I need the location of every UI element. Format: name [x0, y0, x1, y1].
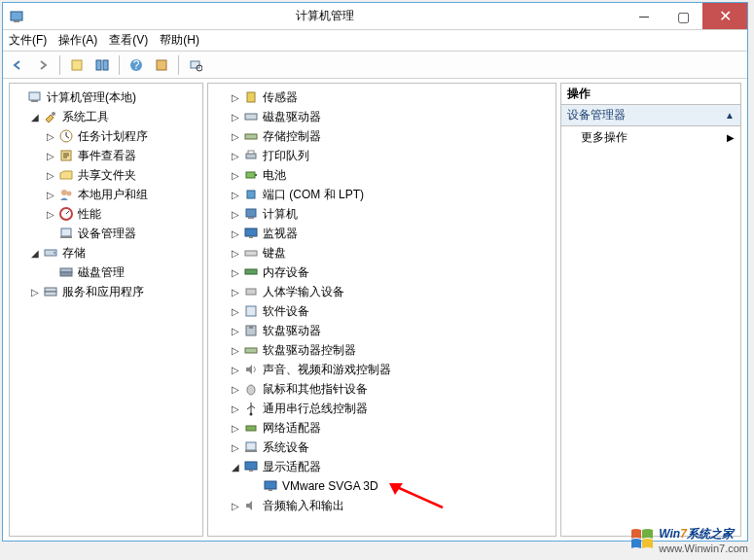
- tree-local-users[interactable]: ▷ 本地用户和组: [12, 185, 200, 204]
- up-button[interactable]: [66, 54, 88, 76]
- expander-icon[interactable]: ▷: [45, 130, 56, 142]
- expander-icon[interactable]: ◢: [29, 247, 41, 259]
- device-ports[interactable]: ▷端口 (COM 和 LPT): [210, 185, 554, 204]
- expander-icon[interactable]: ▷: [45, 169, 56, 181]
- svg-rect-7: [157, 60, 166, 70]
- show-hide-button[interactable]: [91, 54, 113, 76]
- svg-rect-47: [246, 426, 256, 431]
- computer-mgmt-icon: [27, 89, 43, 105]
- device-audio-io[interactable]: ▷音频输入和输出: [210, 496, 554, 515]
- expander-icon[interactable]: ▷: [230, 441, 241, 453]
- collapse-icon: ▲: [725, 110, 735, 121]
- expander-icon[interactable]: ▷: [230, 286, 241, 298]
- device-tree-panel[interactable]: ▷传感器 ▷磁盘驱动器 ▷存储控制器 ▷打印队列 ▷电池 ▷端口 (COM 和 …: [207, 83, 557, 537]
- device-keyboard[interactable]: ▷键盘: [210, 243, 554, 262]
- device-usb[interactable]: ▷通用串行总线控制器: [210, 399, 554, 418]
- tree-device-manager[interactable]: ▷ 设备管理器: [12, 224, 200, 243]
- menu-file[interactable]: 文件(F): [9, 32, 47, 49]
- menu-action[interactable]: 操作(A): [58, 32, 97, 49]
- expander-icon[interactable]: ▷: [45, 208, 56, 220]
- svg-rect-38: [245, 251, 257, 256]
- help-button[interactable]: ?: [126, 54, 147, 76]
- maximize-button[interactable]: ▢: [664, 3, 702, 29]
- svg-rect-31: [246, 172, 255, 178]
- minimize-button[interactable]: ─: [625, 3, 664, 29]
- expander-icon[interactable]: ▷: [230, 247, 241, 259]
- tree-storage[interactable]: ◢ 存储: [12, 243, 200, 262]
- expander-icon[interactable]: ▷: [29, 286, 41, 298]
- window-buttons: ─ ▢ ✕: [625, 3, 747, 29]
- device-display-adapters[interactable]: ◢显示适配器: [210, 457, 554, 476]
- tree-system-tools[interactable]: ◢ 系统工具: [12, 107, 200, 126]
- device-vmware-svga[interactable]: ▷VMware SVGA 3D: [210, 476, 554, 496]
- expander-icon[interactable]: ▷: [230, 383, 241, 395]
- expander-icon[interactable]: ▷: [230, 150, 241, 161]
- console-tree-panel[interactable]: ▶ 计算机管理(本地) ◢ 系统工具 ▷ 任务计划程序 ▷ 事件: [9, 83, 203, 537]
- device-network[interactable]: ▷网络适配器: [210, 418, 554, 438]
- device-mouse[interactable]: ▷鼠标和其他指针设备: [210, 379, 554, 399]
- device-floppy-drives[interactable]: ▷软盘驱动器: [210, 321, 554, 340]
- menu-view[interactable]: 查看(V): [109, 32, 148, 49]
- svg-point-12: [52, 112, 55, 116]
- device-memory[interactable]: ▷内存设备: [210, 262, 554, 282]
- device-software[interactable]: ▷软件设备: [210, 301, 554, 321]
- expander-icon[interactable]: ▷: [230, 169, 241, 181]
- expander-icon[interactable]: ▷: [230, 189, 241, 200]
- svg-text:?: ?: [133, 58, 140, 72]
- device-sound[interactable]: ▷声音、视频和游戏控制器: [210, 360, 554, 379]
- svg-rect-39: [245, 269, 257, 274]
- expander-icon[interactable]: ▷: [230, 344, 241, 356]
- expander-icon[interactable]: ▷: [230, 111, 241, 122]
- actions-header: 操作: [561, 84, 740, 105]
- device-storage-ctrl[interactable]: ▷存储控制器: [210, 126, 554, 146]
- expander-icon[interactable]: ▷: [230, 208, 241, 220]
- device-disk-drives[interactable]: ▷磁盘驱动器: [210, 107, 554, 126]
- tree-services-apps[interactable]: ▷ 服务和应用程序: [12, 282, 200, 301]
- back-button[interactable]: [7, 54, 28, 76]
- forward-button[interactable]: [32, 54, 54, 76]
- device-monitor[interactable]: ▷监视器: [210, 224, 554, 243]
- expander-icon[interactable]: ▷: [230, 402, 241, 414]
- expander-icon[interactable]: ▷: [230, 422, 241, 434]
- svg-rect-19: [60, 236, 72, 238]
- tree-shared-folders[interactable]: ▷ 共享文件夹: [12, 165, 200, 185]
- expander-icon[interactable]: ▷: [230, 364, 241, 375]
- expander-icon[interactable]: ▷: [230, 500, 241, 511]
- tree-task-scheduler[interactable]: ▷ 任务计划程序: [12, 126, 200, 146]
- actions-more-label: 更多操作: [581, 129, 628, 146]
- expander-icon[interactable]: ▷: [230, 91, 241, 103]
- tree-performance[interactable]: ▷ 性能: [12, 204, 200, 224]
- device-system[interactable]: ▷系统设备: [210, 438, 554, 457]
- expander-icon[interactable]: ◢: [29, 111, 41, 122]
- expander-icon[interactable]: ▷: [230, 228, 241, 239]
- expander-icon[interactable]: ▷: [230, 325, 241, 336]
- menu-help[interactable]: 帮助(H): [160, 32, 199, 49]
- window-title: 计算机管理: [24, 8, 625, 24]
- view-button[interactable]: [151, 54, 172, 76]
- device-battery[interactable]: ▷电池: [210, 165, 554, 185]
- svg-rect-3: [96, 60, 101, 70]
- sensor-icon: [243, 89, 259, 105]
- expander-icon[interactable]: ▷: [45, 150, 56, 161]
- device-hid[interactable]: ▷人体学输入设备: [210, 282, 554, 301]
- device-print-queue[interactable]: ▷打印队列: [210, 146, 554, 165]
- tree-disk-mgmt[interactable]: ▷ 磁盘管理: [12, 262, 200, 282]
- device-sensors[interactable]: ▷传感器: [210, 88, 554, 107]
- expander-icon[interactable]: ▷: [230, 130, 241, 142]
- expander-icon[interactable]: ▷: [230, 305, 241, 317]
- expander-icon[interactable]: ▷: [45, 189, 56, 200]
- svg-point-15: [61, 190, 67, 195]
- expander-icon[interactable]: ◢: [230, 461, 241, 472]
- toolbar-separator: [178, 55, 179, 75]
- device-floppy-ctrl[interactable]: ▷软盘驱动器控制器: [210, 340, 554, 360]
- device-computer[interactable]: ▷计算机: [210, 204, 554, 224]
- tree-root[interactable]: ▶ 计算机管理(本地): [12, 88, 200, 107]
- actions-more[interactable]: 更多操作 ▶: [561, 126, 740, 148]
- expander-icon[interactable]: ▷: [230, 266, 241, 278]
- actions-section[interactable]: 设备管理器 ▲: [561, 105, 740, 126]
- scan-button[interactable]: [185, 54, 206, 76]
- hid-icon: [243, 284, 259, 299]
- svg-rect-8: [191, 61, 199, 68]
- close-button[interactable]: ✕: [702, 3, 747, 29]
- tree-event-viewer[interactable]: ▷ 事件查看器: [12, 146, 200, 165]
